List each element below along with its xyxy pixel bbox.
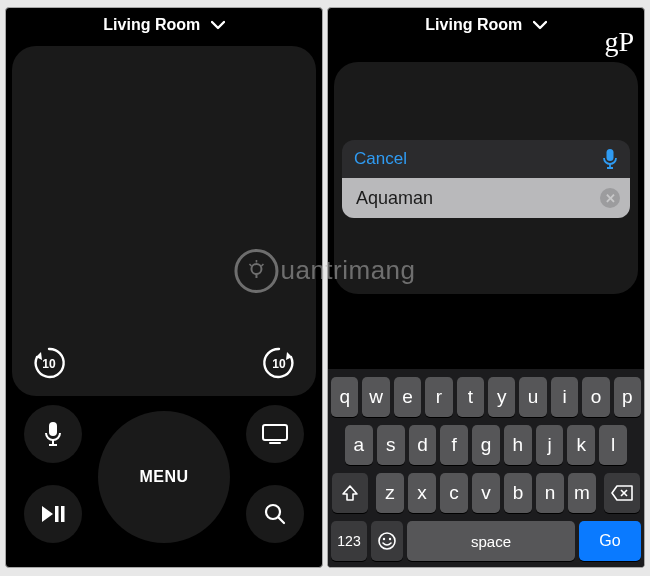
svg-text:10: 10 bbox=[42, 357, 56, 371]
remote-panel-left: Living Room 10 10 ME bbox=[5, 7, 323, 568]
svg-point-18 bbox=[383, 538, 385, 540]
rewind-10-button[interactable]: 10 bbox=[28, 342, 70, 384]
shift-icon bbox=[341, 484, 359, 502]
play-pause-button[interactable] bbox=[24, 485, 82, 543]
svg-rect-6 bbox=[55, 506, 59, 522]
menu-button-label: MENU bbox=[139, 468, 188, 486]
key-v[interactable]: v bbox=[472, 473, 500, 513]
device-name-label: Living Room bbox=[425, 16, 522, 33]
key-f[interactable]: f bbox=[440, 425, 468, 465]
play-pause-icon bbox=[41, 505, 65, 523]
key-h[interactable]: h bbox=[504, 425, 532, 465]
key-u[interactable]: u bbox=[519, 377, 546, 417]
key-q[interactable]: q bbox=[331, 377, 358, 417]
clear-icon: ✕ bbox=[605, 191, 616, 206]
key-x[interactable]: x bbox=[408, 473, 436, 513]
search-group: Cancel Aquaman ✕ bbox=[342, 140, 630, 218]
backspace-icon bbox=[611, 485, 633, 501]
svg-point-19 bbox=[389, 538, 391, 540]
key-shift[interactable] bbox=[332, 473, 368, 513]
touchpad-area[interactable]: Cancel Aquaman ✕ bbox=[334, 62, 638, 294]
remote-panel-right: Living Room gP Cancel Aquaman ✕ qwertyui… bbox=[327, 7, 645, 568]
key-p[interactable]: p bbox=[614, 377, 641, 417]
voice-button[interactable] bbox=[24, 405, 82, 463]
key-c[interactable]: c bbox=[440, 473, 468, 513]
key-r[interactable]: r bbox=[425, 377, 452, 417]
controls-area: MENU bbox=[6, 397, 322, 557]
search-input[interactable]: Aquaman ✕ bbox=[342, 178, 630, 218]
svg-rect-2 bbox=[49, 422, 57, 436]
key-s[interactable]: s bbox=[377, 425, 405, 465]
svg-text:10: 10 bbox=[272, 357, 286, 371]
key-m[interactable]: m bbox=[568, 473, 596, 513]
forward-10-button[interactable]: 10 bbox=[258, 342, 300, 384]
chevron-down-icon bbox=[211, 20, 225, 30]
svg-marker-5 bbox=[42, 506, 53, 522]
svg-line-11 bbox=[279, 518, 285, 524]
key-backspace[interactable] bbox=[604, 473, 640, 513]
key-z[interactable]: z bbox=[376, 473, 404, 513]
key-w[interactable]: w bbox=[362, 377, 389, 417]
keyboard: qwertyuiop asdfghjkl zxcvbnm 123 space G… bbox=[328, 369, 644, 567]
key-emoji[interactable] bbox=[371, 521, 403, 561]
microphone-icon bbox=[43, 421, 63, 447]
search-icon bbox=[264, 503, 286, 525]
key-i[interactable]: i bbox=[551, 377, 578, 417]
key-go[interactable]: Go bbox=[579, 521, 641, 561]
dictation-button[interactable] bbox=[602, 148, 618, 170]
search-input-value: Aquaman bbox=[356, 188, 433, 209]
svg-rect-8 bbox=[263, 425, 287, 440]
chevron-down-icon bbox=[533, 20, 547, 30]
svg-rect-7 bbox=[61, 506, 65, 522]
key-n[interactable]: n bbox=[536, 473, 564, 513]
device-selector[interactable]: Living Room bbox=[6, 16, 322, 34]
tv-icon bbox=[262, 423, 288, 445]
search-button[interactable] bbox=[246, 485, 304, 543]
menu-button[interactable]: MENU bbox=[98, 411, 230, 543]
tv-button[interactable] bbox=[246, 405, 304, 463]
key-g[interactable]: g bbox=[472, 425, 500, 465]
key-t[interactable]: t bbox=[457, 377, 484, 417]
emoji-icon bbox=[377, 531, 397, 551]
key-y[interactable]: y bbox=[488, 377, 515, 417]
key-k[interactable]: k bbox=[567, 425, 595, 465]
svg-rect-12 bbox=[607, 149, 614, 161]
key-d[interactable]: d bbox=[409, 425, 437, 465]
touchpad-area[interactable]: 10 10 bbox=[12, 46, 316, 396]
device-name-label: Living Room bbox=[103, 16, 200, 33]
key-j[interactable]: j bbox=[536, 425, 564, 465]
clear-input-button[interactable]: ✕ bbox=[600, 188, 620, 208]
key-numbers[interactable]: 123 bbox=[331, 521, 367, 561]
key-b[interactable]: b bbox=[504, 473, 532, 513]
key-l[interactable]: l bbox=[599, 425, 627, 465]
gp-watermark: gP bbox=[604, 26, 634, 58]
svg-point-17 bbox=[379, 533, 395, 549]
key-o[interactable]: o bbox=[582, 377, 609, 417]
key-a[interactable]: a bbox=[345, 425, 373, 465]
device-selector[interactable]: Living Room bbox=[328, 16, 644, 34]
key-space[interactable]: space bbox=[407, 521, 575, 561]
key-e[interactable]: e bbox=[394, 377, 421, 417]
cancel-button[interactable]: Cancel bbox=[354, 149, 407, 169]
